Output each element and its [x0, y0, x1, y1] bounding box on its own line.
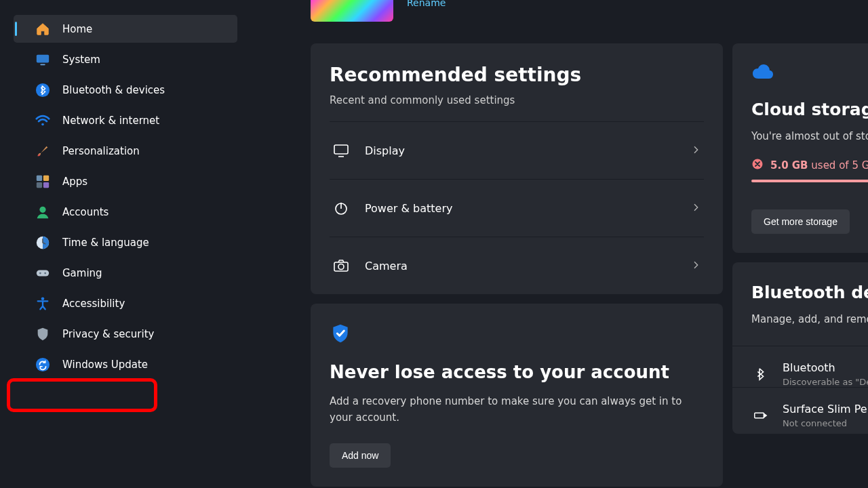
sidebar-item-label: Accounts — [62, 206, 108, 218]
card-body: Add a recovery phone number to make sure… — [330, 393, 704, 426]
shield-check-icon — [330, 323, 351, 344]
svg-rect-20 — [755, 413, 764, 418]
storage-bar — [751, 180, 868, 182]
sidebar-item-label: Network & internet — [62, 115, 159, 127]
storage-used: 5.0 GB — [770, 159, 808, 171]
sidebar-item-accounts[interactable]: Accounts — [14, 198, 237, 226]
storage-usage: 5.0 GB used of 5 GB — [751, 158, 868, 173]
bluetooth-row-bluetooth[interactable]: Bluetooth Discoverable as "Desktop" — [732, 346, 868, 387]
bluetooth-icon — [751, 367, 769, 382]
annotation-highlight — [7, 378, 157, 412]
sidebar-item-apps[interactable]: Apps — [14, 167, 237, 195]
svg-rect-15 — [334, 145, 348, 154]
sidebar-item-system[interactable]: System — [14, 45, 237, 73]
row-label: Power & battery — [365, 202, 675, 215]
row-label: Bluetooth — [783, 361, 868, 374]
main-right-column: Cloud storage You're almost out of stora… — [732, 43, 868, 488]
clock-icon — [35, 235, 50, 250]
svg-rect-6 — [37, 182, 42, 187]
card-title: Cloud storage — [751, 100, 868, 119]
nav-list: Home System Bluetooth & devices Network … — [0, 15, 251, 378]
storage-total: 5 GB — [852, 159, 868, 171]
shield-icon — [35, 327, 50, 342]
row-label: Surface Slim Pen — [783, 403, 868, 415]
chevron-right-icon — [690, 260, 701, 272]
recommended-row-display[interactable]: Display — [330, 121, 704, 179]
bluetooth-devices-card: Bluetooth devices Manage, add, and remov… — [732, 262, 868, 433]
sidebar-item-home[interactable]: Home — [14, 15, 237, 43]
wifi-icon — [35, 113, 50, 128]
error-icon — [751, 158, 764, 173]
sidebar-item-update[interactable]: Windows Update — [14, 350, 237, 378]
sidebar-item-time[interactable]: Time & language — [14, 228, 237, 256]
camera-icon — [332, 258, 350, 274]
svg-rect-10 — [37, 270, 49, 276]
recommended-row-camera[interactable]: Camera — [330, 237, 704, 294]
svg-rect-7 — [43, 182, 49, 187]
sidebar-item-accessibility[interactable]: Accessibility — [14, 289, 237, 317]
recommended-row-power[interactable]: Power & battery — [330, 179, 704, 237]
settings-sidebar: Home System Bluetooth & devices Network … — [0, 0, 251, 488]
svg-point-18 — [338, 264, 344, 270]
sidebar-item-personalization[interactable]: Personalization — [14, 137, 237, 165]
cloud-storage-card: Cloud storage You're almost out of stora… — [732, 43, 868, 253]
sidebar-item-label: Home — [62, 23, 92, 35]
svg-point-3 — [41, 123, 44, 125]
svg-rect-0 — [37, 54, 49, 62]
power-icon — [332, 200, 350, 216]
row-sublabel: Discoverable as "Desktop" — [783, 377, 868, 387]
storage-middle: used of — [808, 159, 852, 171]
accessibility-icon — [35, 296, 50, 311]
main-left-column: Rename Recommended settings Recent and c… — [311, 0, 723, 488]
display-icon — [332, 142, 350, 159]
main-content: Rename Recommended settings Recent and c… — [251, 0, 868, 488]
sidebar-item-bluetooth[interactable]: Bluetooth & devices — [14, 76, 237, 104]
bluetooth-icon — [35, 83, 50, 98]
bluetooth-row-pen[interactable]: Surface Slim Pen Not connected — [732, 387, 868, 434]
svg-point-13 — [41, 297, 45, 300]
account-recovery-card: Never lose access to your account Add a … — [311, 304, 723, 487]
profile-header: Rename — [311, 0, 723, 22]
pen-icon — [751, 408, 769, 423]
home-icon — [35, 22, 50, 37]
rename-link[interactable]: Rename — [407, 0, 446, 8]
sidebar-item-privacy[interactable]: Privacy & security — [14, 320, 237, 348]
cloud-icon — [751, 71, 774, 82]
accounts-icon — [35, 205, 50, 220]
card-body: You're almost out of storage. Back up fi… — [751, 129, 868, 144]
sidebar-item-label: Bluetooth & devices — [62, 84, 165, 96]
row-sublabel: Not connected — [783, 418, 868, 428]
chevron-right-icon — [690, 144, 701, 157]
card-subtitle: Recent and commonly used settings — [330, 94, 704, 106]
sidebar-item-label: System — [62, 54, 100, 66]
sidebar-item-label: Privacy & security — [62, 328, 154, 340]
gaming-icon — [35, 266, 50, 281]
paintbrush-icon — [35, 144, 50, 159]
sidebar-item-label: Time & language — [62, 237, 149, 249]
sidebar-item-network[interactable]: Network & internet — [14, 106, 237, 134]
sidebar-item-label: Apps — [62, 176, 87, 188]
chevron-right-icon — [690, 202, 701, 215]
card-subtitle: Manage, add, and remove devices — [751, 312, 868, 327]
svg-rect-4 — [37, 175, 42, 180]
system-icon — [35, 52, 50, 67]
sidebar-item-label: Windows Update — [62, 359, 148, 371]
svg-point-2 — [36, 83, 50, 96]
update-icon — [35, 357, 50, 372]
apps-icon — [35, 174, 50, 189]
card-title: Bluetooth devices — [751, 283, 868, 302]
sidebar-item-label: Personalization — [62, 145, 140, 157]
profile-image[interactable] — [311, 0, 393, 22]
recommended-settings-card: Recommended settings Recent and commonly… — [311, 43, 723, 294]
row-label: Display — [365, 144, 675, 157]
card-title: Never lose access to your account — [330, 362, 704, 382]
sidebar-item-gaming[interactable]: Gaming — [14, 259, 237, 287]
add-now-button[interactable]: Add now — [330, 443, 391, 468]
svg-point-12 — [44, 272, 46, 274]
svg-rect-1 — [40, 64, 45, 65]
svg-point-8 — [39, 206, 45, 212]
sidebar-item-label: Accessibility — [62, 298, 125, 310]
row-label: Camera — [365, 260, 675, 272]
svg-rect-5 — [43, 175, 49, 180]
get-more-storage-button[interactable]: Get more storage — [751, 209, 850, 234]
